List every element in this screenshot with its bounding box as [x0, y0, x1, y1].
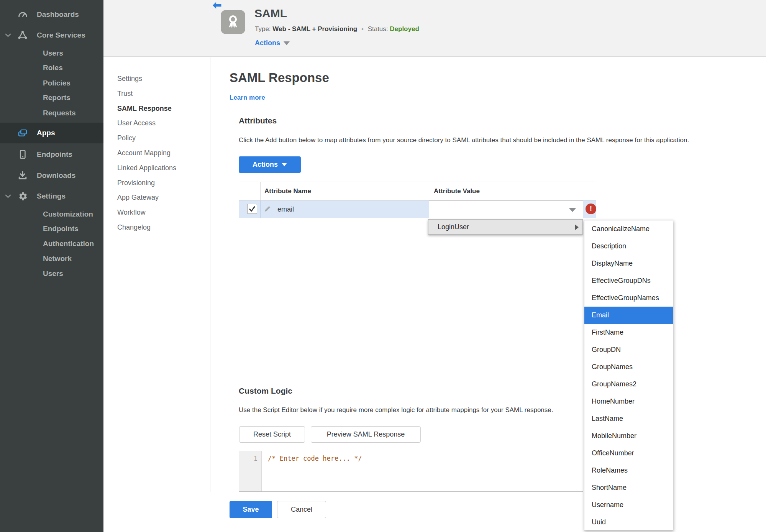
- menu-option-groupnames[interactable]: GroupNames: [584, 358, 673, 376]
- tablet-icon: [17, 149, 28, 160]
- actions-button-label: Actions: [253, 161, 278, 169]
- subnav-item-account-mapping[interactable]: Account Mapping: [117, 146, 176, 161]
- gear-icon: [17, 190, 28, 202]
- sidebar-item-label: Authentication: [43, 240, 94, 248]
- error-icon: !: [586, 204, 596, 214]
- learn-more-link[interactable]: Learn more: [230, 94, 265, 102]
- section-title: SAML Response: [230, 71, 329, 85]
- status-label: Status:: [368, 25, 388, 33]
- attributes-description: Click the Add button below to map attrib…: [239, 136, 689, 144]
- preview-saml-response-button[interactable]: Preview SAML Response: [311, 426, 421, 443]
- sidebar-item-label: Customization: [43, 210, 93, 218]
- menu-option-username[interactable]: Username: [584, 496, 673, 514]
- download-icon: [17, 170, 28, 181]
- attribute-name-cell: email: [277, 200, 294, 218]
- attributes-table: Attribute Name Attribute Value email !: [239, 182, 596, 369]
- table-header-row: Attribute Name Attribute Value: [239, 182, 596, 200]
- subnav-item-trust[interactable]: Trust: [117, 86, 176, 101]
- row-checkbox[interactable]: [247, 204, 257, 214]
- sidebar-item-label: Downloads: [37, 171, 75, 180]
- subnav-item-linked-applications[interactable]: Linked Applications: [117, 161, 176, 176]
- menu-option-shortname[interactable]: ShortName: [584, 479, 673, 496]
- header-actions-menu[interactable]: Actions: [255, 39, 290, 47]
- sidebar-item-label: Endpoints: [37, 150, 72, 159]
- value-menu-loginuser[interactable]: LoginUser: [428, 219, 583, 235]
- app-meta: Type: Web - SAML + Provisioning • Status…: [255, 25, 419, 33]
- sidebar-item-users-settings[interactable]: Users: [0, 266, 103, 281]
- sidebar-item-dashboards[interactable]: Dashboards: [0, 7, 103, 22]
- table-row[interactable]: email !: [239, 200, 596, 218]
- sidebar-item-label: Reports: [43, 94, 71, 102]
- sidebar-item-label: Apps: [37, 129, 55, 137]
- attribute-value-dropdown[interactable]: [429, 200, 583, 218]
- reset-script-label: Reset Script: [253, 430, 291, 438]
- subnav-divider: [210, 56, 210, 492]
- cancel-button[interactable]: Cancel: [277, 501, 326, 518]
- cancel-label: Cancel: [291, 506, 312, 514]
- type-label: Type:: [255, 25, 271, 33]
- menu-option-description[interactable]: Description: [584, 238, 673, 255]
- menu-option-officenumber[interactable]: OfficeNumber: [584, 445, 673, 462]
- menu-option-homenumber[interactable]: HomeNumber: [584, 393, 673, 410]
- subnav-item-user-access[interactable]: User Access: [117, 116, 176, 131]
- sidebar-item-label: Roles: [43, 64, 63, 72]
- column-divider: [260, 182, 261, 200]
- subnav-item-changelog[interactable]: Changelog: [117, 220, 176, 235]
- menu-option-effectivegroupnames[interactable]: EffectiveGroupNames: [584, 289, 673, 307]
- reset-script-button[interactable]: Reset Script: [239, 426, 305, 443]
- sidebar-item-label: Network: [43, 255, 72, 263]
- sidebar-item-users[interactable]: Users: [0, 46, 103, 61]
- subnav-item-policy[interactable]: Policy: [117, 131, 176, 146]
- column-divider: [260, 200, 261, 218]
- sidebar-item-label: Users: [43, 49, 63, 57]
- chevron-down-icon[interactable]: [5, 32, 11, 39]
- menu-option-rolenames[interactable]: RoleNames: [584, 462, 673, 479]
- app-badge-icon: [221, 10, 245, 34]
- sidebar-item-label: Settings: [37, 192, 66, 200]
- menu-option-displayname[interactable]: DisplayName: [584, 255, 673, 272]
- sidebar-item-roles[interactable]: Roles: [0, 60, 103, 76]
- sidebar-item-apps[interactable]: Apps: [0, 123, 103, 143]
- menu-option-email[interactable]: Email: [584, 307, 673, 324]
- sidebar: Dashboards Core Services Users Roles Pol…: [0, 0, 103, 532]
- menu-option-mobilenumber[interactable]: MobileNumber: [584, 427, 673, 445]
- script-editor[interactable]: 1 /* Enter code here... */: [239, 451, 583, 492]
- caret-down-icon: [284, 41, 290, 45]
- sidebar-item-settings[interactable]: Settings: [0, 189, 103, 204]
- editor-code[interactable]: /* Enter code here... */: [268, 455, 362, 462]
- sidebar-item-endpoints-settings[interactable]: Endpoints: [0, 221, 103, 236]
- sidebar-item-reports[interactable]: Reports: [0, 90, 103, 105]
- column-divider: [429, 182, 429, 200]
- editor-gutter: 1: [239, 451, 262, 491]
- save-button[interactable]: Save: [230, 501, 272, 518]
- menu-option-groupdn[interactable]: GroupDN: [584, 341, 673, 358]
- subnav-item-provisioning[interactable]: Provisioning: [117, 176, 176, 190]
- subnav-item-saml-response[interactable]: SAML Response: [117, 101, 176, 116]
- sidebar-item-authentication[interactable]: Authentication: [0, 236, 103, 251]
- subnav-item-app-gateway[interactable]: App Gateway: [117, 190, 176, 205]
- back-arrow-icon[interactable]: [212, 2, 222, 9]
- sidebar-item-endpoints[interactable]: Endpoints: [0, 147, 103, 162]
- sidebar-item-label: Core Services: [37, 31, 85, 39]
- menu-option-lastname[interactable]: LastName: [584, 410, 673, 427]
- status-badge: Deployed: [390, 25, 419, 33]
- menu-option-firstname[interactable]: FirstName: [584, 324, 673, 341]
- attributes-actions-button[interactable]: Actions: [239, 156, 301, 173]
- sidebar-item-core-services[interactable]: Core Services: [0, 28, 103, 43]
- subnav-item-workflow[interactable]: Workflow: [117, 205, 176, 220]
- menu-option-canonicalizename[interactable]: CanonicalizeName: [584, 220, 673, 238]
- sidebar-item-downloads[interactable]: Downloads: [0, 168, 103, 183]
- subnav-item-settings[interactable]: Settings: [117, 71, 176, 86]
- sidebar-item-network[interactable]: Network: [0, 251, 103, 266]
- chevron-down-icon[interactable]: [5, 193, 11, 200]
- sidebar-item-policies[interactable]: Policies: [0, 76, 103, 91]
- gauge-icon: [17, 9, 28, 20]
- menu-option-groupnames2[interactable]: GroupNames2: [584, 376, 673, 393]
- sidebar-item-requests[interactable]: Requests: [0, 105, 103, 121]
- menu-option-effectivegroupdns[interactable]: EffectiveGroupDNs: [584, 272, 673, 289]
- sidebar-item-label: Policies: [43, 79, 71, 87]
- value-submenu: CanonicalizeName Description DisplayName…: [584, 220, 673, 530]
- caret-down-icon: [282, 163, 287, 166]
- menu-option-uuid[interactable]: Uuid: [584, 514, 673, 531]
- sidebar-item-customization[interactable]: Customization: [0, 207, 103, 222]
